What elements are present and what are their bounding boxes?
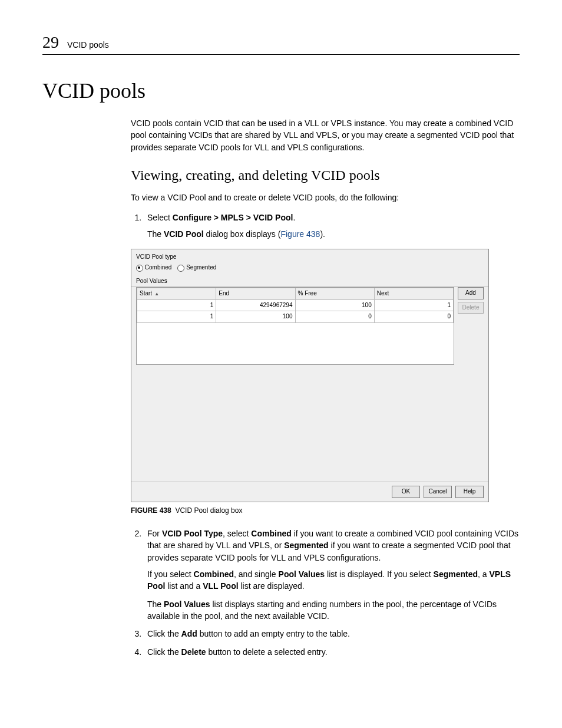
- pool-type-label: VCID Pool type: [136, 253, 484, 262]
- pool-values-label: Pool Values: [131, 275, 488, 288]
- vcid-pool-dialog: VCID Pool type Combined Segmented Pool V…: [131, 249, 489, 502]
- figure-caption: FIGURE 438 VCID Pool dialog box: [131, 506, 520, 516]
- menu-path: Configure > MPLS > VCID Pool: [173, 213, 293, 222]
- radio-icon: [177, 265, 184, 272]
- cancel-button[interactable]: Cancel: [424, 486, 452, 498]
- table-row[interactable]: 1 100 0 0: [137, 311, 454, 323]
- ok-button[interactable]: OK: [392, 486, 420, 498]
- step-4: Click the Delete button to delete a sele…: [144, 646, 520, 658]
- figure-reference-link[interactable]: Figure 438: [280, 229, 320, 239]
- radio-icon: [136, 265, 143, 272]
- step-2: For VCID Pool Type, select Combined if y…: [144, 528, 520, 622]
- radio-segmented[interactable]: Segmented: [177, 263, 216, 272]
- pool-values-table[interactable]: Start▲ End % Free Next 1 429: [136, 287, 454, 365]
- step-1: Select Configure > MPLS > VCID Pool. The…: [144, 212, 520, 516]
- section-heading: Viewing, creating, and deleting VCID poo…: [131, 167, 520, 183]
- step-3: Click the Add button to add an empty ent…: [144, 628, 520, 640]
- add-button[interactable]: Add: [458, 287, 484, 299]
- col-end[interactable]: End: [216, 288, 295, 300]
- procedure-list: Select Configure > MPLS > VCID Pool. The…: [131, 212, 520, 658]
- sort-asc-icon: ▲: [154, 291, 159, 297]
- intro-paragraph: VCID pools contain VCID that can be used…: [131, 117, 520, 153]
- running-title: VCID pools: [67, 40, 109, 50]
- page-title: VCID pools: [42, 78, 520, 103]
- col-start[interactable]: Start▲: [137, 288, 216, 300]
- radio-combined[interactable]: Combined: [136, 263, 171, 272]
- col-next[interactable]: Next: [374, 288, 453, 300]
- help-button[interactable]: Help: [455, 486, 484, 498]
- chapter-number: 29: [42, 33, 59, 52]
- lead-paragraph: To view a VCID Pool and to create or del…: [131, 192, 520, 203]
- running-header: 29 VCID pools: [42, 33, 520, 55]
- col-free[interactable]: % Free: [295, 288, 374, 300]
- table-row[interactable]: 1 4294967294 100 1: [137, 299, 454, 311]
- delete-button[interactable]: Delete: [458, 302, 484, 314]
